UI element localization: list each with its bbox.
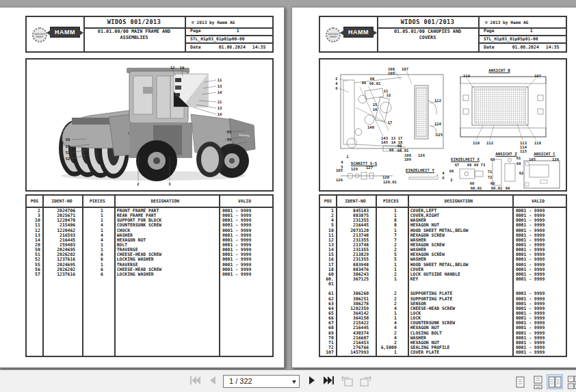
figure-callout: 109 — [388, 71, 395, 75]
hamm-logo: HAMM — [50, 27, 80, 38]
figure-callout: 110 — [463, 74, 470, 78]
document-title: WIDOS 001/2013 — [377, 17, 478, 27]
figure-callout: ANSICHT C — [534, 152, 555, 156]
column-header-pos: POS — [320, 196, 336, 207]
figure-callout: 107 — [534, 74, 541, 78]
table-row: 132165934WASHER0001 - 9999 — [27, 233, 272, 238]
figure-callout: 126 — [336, 178, 343, 182]
figure-callout: 13 — [218, 106, 222, 110]
figure-callout: EINZELHEIT Y — [406, 168, 434, 172]
figure-callout: 118 — [534, 141, 541, 145]
section-title: 01.05.01/00 CANOPIES AND COVERS — [377, 29, 478, 40]
figure-callout: 2 — [335, 77, 337, 81]
next-view-button[interactable] — [358, 375, 372, 388]
figure-callout: 140 — [367, 125, 374, 129]
table-row: 28838751COVER,RIGHT0001 - 9999 — [320, 213, 566, 218]
logo-area: WIRTGEN GROUP HAMM — [320, 17, 377, 51]
table-row: 188834761COVER0001 - 9999 — [320, 267, 566, 272]
figure-callout: ANSICHT B — [488, 68, 510, 73]
last-page-button[interactable] — [322, 375, 335, 388]
table-row: 5020246951TRAVERSE0001 - 9999 — [27, 248, 272, 252]
table-row: 5120262026CHEESE-HEAD SCREW0001 - 9999 — [27, 252, 272, 257]
figure-callout: 68 — [389, 148, 394, 152]
figure-callout: 4 — [341, 160, 343, 164]
column-header-ident-no: IDENT-NO — [42, 196, 81, 207]
figure-callout: 12 — [170, 66, 175, 70]
figure-callout: 20 — [66, 144, 70, 148]
figure-callout: 3 — [168, 182, 170, 186]
figure-callout: EINZELHEIT X — [451, 157, 480, 161]
table-row: 142164454HEXAGON NUT0001 - 9999 — [27, 238, 272, 243]
table-row: 603862432LOCK OUTSIDE HANDLE0001 - 9999 — [320, 272, 566, 277]
column-header-ident-no: IDENT-NO — [336, 196, 375, 207]
figure-callout: 71 — [488, 170, 493, 174]
next-page-button[interactable] — [305, 375, 319, 388]
figure-callout: 52 — [66, 157, 70, 161]
figure-callout: 56 — [227, 138, 232, 142]
date-row: Date01.08.202414:35 — [187, 42, 275, 53]
figure-callout: 62 — [519, 171, 524, 175]
table-row — [320, 287, 566, 291]
previous-view-icon — [341, 375, 354, 387]
figure-callout: 115 — [520, 149, 527, 153]
document-code: STL_H1p93_01p01p00-00 — [187, 35, 275, 42]
next-page-icon — [307, 376, 317, 385]
figure-callout: 84 — [506, 186, 510, 190]
wirtgen-group-seal: WIRTGEN GROUP — [32, 27, 47, 42]
two-page-continuous-view-button[interactable] — [566, 374, 576, 389]
figure-callout: 17 — [388, 120, 393, 125]
table-row: 633862782SENSOR0001 - 9999 — [320, 302, 566, 306]
figure-callout: 145 — [381, 140, 388, 144]
figure-callout: 60 — [470, 181, 475, 185]
single-page-view-button[interactable] — [512, 374, 528, 389]
figure-callout: 15 — [373, 103, 378, 107]
figure-callout: 13 — [218, 84, 222, 88]
figure-callout: 72 — [488, 175, 493, 179]
figure-callout: 105 — [529, 157, 536, 161]
table-row: 202594031BOLT0001 - 9999 — [27, 243, 272, 248]
table-row: 682164454HEXAGON NUT0001 - 9999 — [320, 326, 566, 330]
hamm-logo: HAMM — [343, 27, 374, 38]
copyright-text: © 2013 by Hamm AG — [481, 17, 568, 27]
document-code: STL_H1p93_01p05p01-00 — [481, 35, 568, 42]
parts-table-header: POS IDENT-NO PIECES DESIGNATION VALID — [27, 196, 272, 207]
figure-callout: 107 — [402, 67, 408, 71]
viewer-toolbar: 1 / 322 — [0, 369, 576, 392]
column-header-designation: DESIGNATION — [407, 196, 510, 207]
previous-view-button[interactable] — [341, 375, 354, 388]
table-row: 42313558WASHER0001 - 9999 — [320, 218, 566, 223]
page-indicator: 1 / 322 — [229, 377, 252, 385]
parts-table-rows: 220247061FRONT FRAME PART0001 - 99993202… — [27, 209, 272, 277]
table-row: 702166074WASHER0001 - 9999 — [320, 336, 566, 341]
figure-callout: 16 — [373, 107, 378, 112]
first-page-button[interactable] — [189, 375, 202, 388]
previous-page-button[interactable] — [206, 375, 220, 388]
figure-callout: 14 — [218, 90, 222, 94]
page-number-combobox[interactable]: 1 / 322 — [223, 375, 300, 388]
figure-callout: 110 — [473, 141, 480, 145]
figure-callout: 12 — [387, 93, 391, 97]
table-row: 694303742CLOSING BOLT0001 - 9999 — [320, 331, 566, 336]
table-row: 5212376166LOCKING WASHER0001 - 9999 — [27, 257, 272, 262]
table-row: 712164532HEXAGON NUT0001 - 9999 — [320, 341, 566, 345]
figure-callout: 60 — [397, 144, 402, 148]
figure-callout: 112 — [434, 99, 441, 103]
last-page-icon — [322, 376, 335, 385]
document-title: WIDOS 001/2013 — [83, 17, 185, 27]
section-title: 01.01.00/00 MAIN FRAME AND ASSEMBLIES — [83, 29, 185, 40]
figure-callout: 4 — [335, 81, 337, 86]
pdf-viewer-window: { "toolbar": { "page_indicator": "1 / 32… — [0, 0, 576, 392]
table-row: 672154224COUNTERSUNK SCREW0001 - 9999 — [320, 321, 566, 326]
table-row: 10714579931COVER PLATE0001 - 9999 — [320, 350, 566, 355]
first-page-icon — [189, 376, 202, 385]
parts-table: POS IDENT-NO PIECES DESIGNATION VALID 22… — [25, 194, 274, 357]
table-row: 52164458HEXAGON NUT0001 - 9999 — [320, 223, 566, 228]
two-page-view-button[interactable] — [547, 374, 563, 389]
table-row: 1020731201HOOD SHEET METAL,BELOW0001 - 9… — [320, 228, 566, 233]
figure-callout: 57 — [227, 145, 232, 149]
figure-callout: SCHNITT S-S — [351, 161, 377, 166]
figure-callout: 129 — [351, 167, 358, 171]
continuous-view-button[interactable] — [529, 374, 546, 389]
figure-callout: 128 — [382, 175, 389, 179]
column-header-pos: POS — [27, 196, 42, 207]
